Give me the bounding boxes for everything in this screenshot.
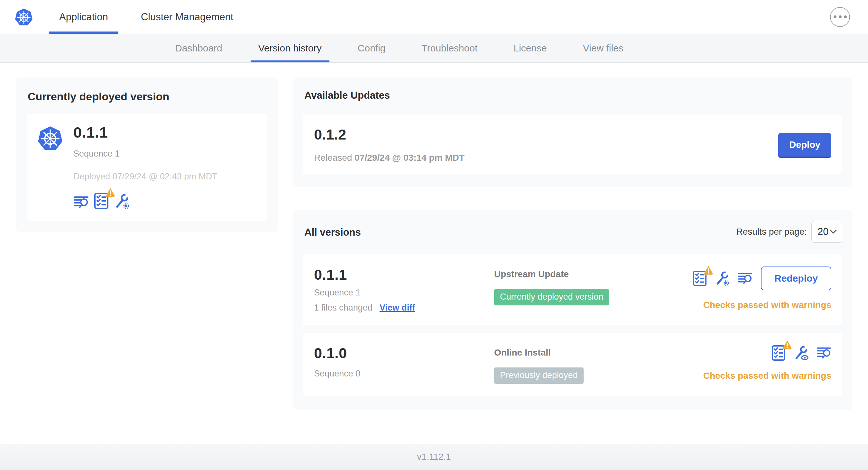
- page-footer: v1.112.1: [0, 444, 868, 470]
- current-version-deployed-timestamp: Deployed 07/29/24 @ 02:43 pm MDT: [73, 172, 217, 181]
- main-content: Currently deployed version 0.1.1 Sequenc…: [0, 63, 868, 444]
- view-diff-link[interactable]: View diff: [380, 303, 415, 313]
- more-options-button[interactable]: [830, 7, 850, 27]
- results-per-page-select[interactable]: 20: [811, 221, 842, 243]
- tab-cluster-management-label: Cluster Management: [141, 11, 234, 23]
- available-update-row: 0.1.2 Released 07/29/24 @ 03:14 pm MDT D…: [303, 115, 842, 174]
- preflight-checks-warning-icon[interactable]: [94, 193, 109, 209]
- currently-deployed-card: Currently deployed version 0.1.1 Sequenc…: [16, 77, 278, 232]
- chevron-down-icon: [830, 230, 837, 234]
- tab-troubleshoot[interactable]: Troubleshoot: [414, 34, 485, 62]
- version-source-label: Upstream Update: [494, 269, 693, 279]
- current-version-sequence: Sequence 1: [73, 149, 217, 159]
- edit-config-icon[interactable]: [715, 271, 730, 286]
- version-row-0-1-0: 0.1.0 Sequence 0 Online Install Previous…: [303, 333, 842, 396]
- warning-triangle-icon: [704, 265, 713, 275]
- preflight-checks-warning-icon[interactable]: [693, 270, 707, 287]
- released-date: 07/29/24 @ 03:14 pm MDT: [354, 153, 465, 163]
- kubernetes-logo-icon: [14, 7, 33, 27]
- redeploy-button[interactable]: Redeploy: [761, 267, 831, 290]
- available-updates-card: Available Updates 0.1.2 Released 07/29/2…: [293, 77, 852, 187]
- tab-version-history[interactable]: Version history: [251, 34, 330, 62]
- row-version-number: 0.1.1: [314, 267, 494, 283]
- current-version-number: 0.1.1: [73, 124, 217, 141]
- tab-config[interactable]: Config: [350, 34, 394, 62]
- app-sub-nav: Dashboard Version history Config Trouble…: [0, 34, 868, 63]
- update-version-number: 0.1.2: [314, 126, 465, 143]
- view-config-icon[interactable]: [793, 345, 809, 361]
- top-nav-tabs: Application Cluster Management: [49, 0, 244, 34]
- preflight-checks-warning-icon[interactable]: [772, 345, 786, 361]
- update-released-timestamp: Released 07/29/24 @ 03:14 pm MDT: [314, 153, 465, 163]
- released-label: Released: [314, 153, 352, 163]
- version-source-label: Online Install: [494, 347, 703, 358]
- ellipsis-icon: [844, 15, 847, 18]
- currently-deployed-version-panel: 0.1.1 Sequence 1 Deployed 07/29/24 @ 02:…: [27, 114, 267, 221]
- tab-application[interactable]: Application: [49, 0, 118, 34]
- results-per-page-value: 20: [817, 226, 829, 238]
- app-logo: [14, 0, 33, 34]
- row-version-number: 0.1.0: [314, 345, 494, 362]
- currently-deployed-badge: Currently deployed version: [494, 289, 609, 305]
- ellipsis-icon: [834, 15, 836, 18]
- currently-deployed-title: Currently deployed version: [28, 90, 267, 103]
- ellipsis-icon: [839, 15, 842, 18]
- top-nav: Application Cluster Management: [0, 0, 868, 34]
- preflight-status-text: Checks passed with warnings: [703, 371, 831, 381]
- release-notes-icon[interactable]: [73, 195, 89, 209]
- all-versions-title: All versions: [304, 227, 361, 238]
- tab-cluster-management[interactable]: Cluster Management: [131, 0, 244, 34]
- tab-application-label: Application: [59, 11, 108, 23]
- tab-dashboard[interactable]: Dashboard: [167, 34, 230, 62]
- tab-license[interactable]: License: [506, 34, 554, 62]
- all-versions-card: All versions Results per page: 20 0.1.1 …: [293, 210, 852, 410]
- version-row-0-1-1: 0.1.1 Sequence 1 1 files changed View di…: [303, 254, 842, 325]
- deploy-button[interactable]: Deploy: [778, 133, 831, 157]
- kubernetes-app-icon: [37, 125, 64, 152]
- row-sequence: Sequence 1: [314, 288, 494, 298]
- row-sequence: Sequence 0: [314, 369, 494, 379]
- tab-view-files[interactable]: View files: [575, 34, 631, 62]
- release-notes-icon[interactable]: [816, 346, 831, 360]
- preflight-status-text: Checks passed with warnings: [703, 300, 831, 310]
- files-changed-label: 1 files changed: [314, 303, 373, 313]
- results-per-page-label: Results per page:: [736, 227, 807, 237]
- console-version: v1.112.1: [417, 452, 451, 462]
- warning-triangle-icon: [782, 340, 792, 350]
- previously-deployed-badge: Previously deployed: [494, 367, 584, 384]
- release-notes-icon[interactable]: [738, 272, 752, 285]
- available-updates-title: Available Updates: [304, 90, 842, 101]
- right-column: Available Updates 0.1.2 Released 07/29/2…: [293, 77, 852, 410]
- edit-config-icon[interactable]: [114, 193, 130, 209]
